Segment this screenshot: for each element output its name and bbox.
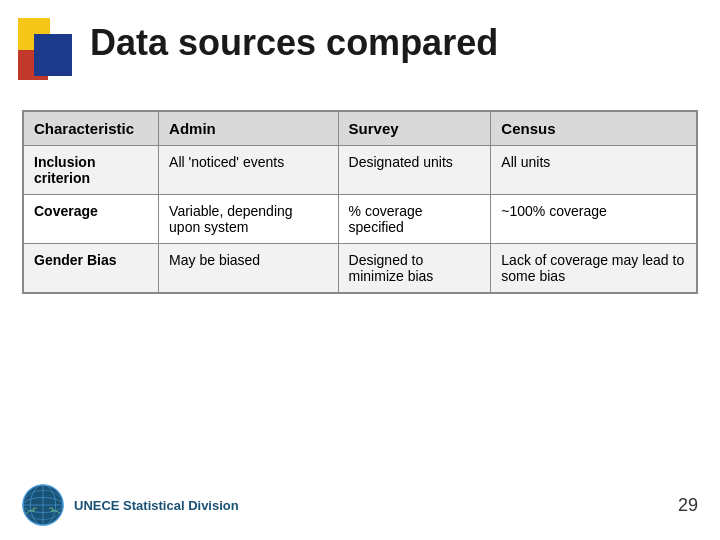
footer: UNECE Statistical Division 29 — [22, 484, 698, 526]
row2-admin: Variable, depending upon system — [159, 195, 338, 244]
row2-survey: % coverage specified — [338, 195, 491, 244]
table-row: Gender Bias May be biased Designed to mi… — [24, 244, 697, 293]
row3-admin: May be biased — [159, 244, 338, 293]
un-logo — [22, 484, 64, 526]
row2-characteristic: Coverage — [24, 195, 159, 244]
row1-admin: All 'noticed' events — [159, 146, 338, 195]
col-header-admin: Admin — [159, 112, 338, 146]
footer-organization: UNECE Statistical Division — [74, 498, 239, 513]
row3-characteristic: Gender Bias — [24, 244, 159, 293]
row2-census: ~100% coverage — [491, 195, 697, 244]
row3-survey: Designed to minimize bias — [338, 244, 491, 293]
col-header-characteristic: Characteristic — [24, 112, 159, 146]
col-header-survey: Survey — [338, 112, 491, 146]
table-header-row: Characteristic Admin Survey Census — [24, 112, 697, 146]
footer-left: UNECE Statistical Division — [22, 484, 239, 526]
decorative-blocks — [18, 18, 78, 88]
data-table: Characteristic Admin Survey Census Inclu… — [23, 111, 697, 293]
page-number: 29 — [678, 495, 698, 516]
row1-survey: Designated units — [338, 146, 491, 195]
col-header-census: Census — [491, 112, 697, 146]
row1-census: All units — [491, 146, 697, 195]
table-row: Coverage Variable, depending upon system… — [24, 195, 697, 244]
row1-characteristic: Inclusion criterion — [24, 146, 159, 195]
table-row: Inclusion criterion All 'noticed' events… — [24, 146, 697, 195]
page-title: Data sources compared — [90, 22, 498, 64]
row3-census: Lack of coverage may lead to some bias — [491, 244, 697, 293]
deco-blue — [34, 34, 72, 76]
data-table-container: Characteristic Admin Survey Census Inclu… — [22, 110, 698, 294]
